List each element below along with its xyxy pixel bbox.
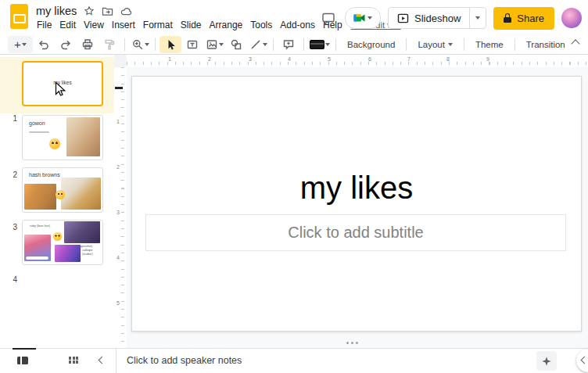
notes-resize-handle[interactable] bbox=[346, 342, 358, 344]
account-avatar[interactable] bbox=[561, 8, 582, 28]
bottom-bar: Click to add speaker notes bbox=[0, 348, 588, 373]
present-icon bbox=[397, 13, 409, 23]
menu-insert[interactable]: Insert bbox=[108, 19, 139, 31]
photo-caption-pill bbox=[26, 256, 48, 260]
h-ruler-2: 2 bbox=[208, 56, 211, 62]
slide-filmstrip: 1 my likes 2 gowon 3 hash browns 4 ruby … bbox=[0, 55, 114, 349]
slideshow-button-group: Slideshow bbox=[388, 7, 486, 29]
new-slide-caret-icon bbox=[22, 43, 27, 46]
insert-shape-button[interactable] bbox=[225, 36, 247, 53]
chevron-left-icon bbox=[581, 357, 588, 364]
document-title[interactable]: my likes bbox=[36, 5, 77, 17]
separator bbox=[406, 38, 407, 51]
slide-title-textbox[interactable]: my likes bbox=[132, 170, 581, 206]
collapse-filmstrip-icon[interactable] bbox=[99, 357, 106, 364]
h-ruler-9: 9 bbox=[486, 56, 489, 62]
slide-1-thumbnail[interactable]: my likes bbox=[22, 61, 103, 106]
hash-browns-photo-left bbox=[24, 184, 56, 210]
slide-canvas[interactable]: my likes Click to add subtitle bbox=[131, 76, 582, 332]
menu-slide[interactable]: Slide bbox=[177, 19, 206, 31]
slide-2-title-text: gowon bbox=[29, 120, 45, 126]
separator bbox=[335, 38, 336, 51]
title-area: my likes bbox=[36, 3, 132, 19]
separator bbox=[273, 38, 274, 51]
slide-2-thumbnail[interactable]: gowon bbox=[22, 115, 103, 160]
undo-button[interactable] bbox=[33, 36, 55, 53]
emoji-sticker bbox=[53, 232, 62, 241]
slide-4-caption-3: calliope (vtuber) bbox=[82, 249, 99, 256]
h-ruler-1: 1 bbox=[168, 56, 171, 62]
menu-view[interactable]: View bbox=[80, 19, 108, 31]
fill-color-button[interactable] bbox=[308, 36, 332, 53]
line-caret-icon bbox=[263, 43, 267, 46]
slide-3-thumbnail[interactable]: hash browns bbox=[22, 167, 103, 213]
slide-2-caption-bar bbox=[29, 131, 49, 133]
hash-browns-photo-right bbox=[61, 178, 101, 210]
v-ruler-1: 1 bbox=[117, 119, 120, 124]
menu-format[interactable]: Format bbox=[139, 19, 177, 31]
slide-3-number: 3 bbox=[8, 223, 17, 231]
v-ruler-2: 2 bbox=[117, 164, 120, 170]
header: my likes File Edit View Insert Format Sl… bbox=[0, 0, 588, 35]
mouse-cursor bbox=[55, 81, 67, 102]
redo-button[interactable] bbox=[55, 36, 77, 53]
menu-arrange[interactable]: Arrange bbox=[206, 19, 247, 31]
new-slide-button[interactable]: + bbox=[8, 36, 33, 53]
theme-button[interactable]: Theme bbox=[468, 40, 511, 49]
move-folder-icon[interactable] bbox=[102, 6, 113, 16]
h-ruler-5: 5 bbox=[328, 56, 331, 62]
paint-format-button[interactable] bbox=[99, 36, 120, 53]
separator bbox=[303, 38, 304, 51]
h-ruler-4: 4 bbox=[288, 56, 291, 62]
transition-button[interactable]: Transition bbox=[519, 40, 572, 49]
h-ruler-8: 8 bbox=[446, 56, 450, 62]
speaker-notes-placeholder[interactable]: Click to add speaker notes bbox=[127, 355, 242, 366]
share-button[interactable]: Share bbox=[493, 7, 554, 30]
layout-caret-icon bbox=[448, 43, 453, 46]
insert-image-button[interactable] bbox=[203, 36, 225, 53]
color-swatch-icon bbox=[310, 40, 324, 49]
subtitle-placeholder-box[interactable]: Click to add subtitle bbox=[145, 214, 566, 251]
text-box-button[interactable] bbox=[181, 36, 203, 53]
layout-button[interactable]: Layout bbox=[411, 40, 460, 49]
menu-tools[interactable]: Tools bbox=[246, 19, 276, 31]
slide-2-number: 2 bbox=[8, 170, 17, 179]
meet-caret-icon bbox=[368, 16, 372, 20]
comment-history-icon[interactable] bbox=[319, 9, 338, 27]
pleading-emoji-sticker bbox=[49, 138, 60, 149]
separator bbox=[124, 38, 125, 51]
v-ruler-3: 3 bbox=[117, 210, 120, 215]
menu-addons[interactable]: Add-ons bbox=[276, 19, 319, 31]
insert-comment-button[interactable] bbox=[278, 36, 299, 53]
slide-1-number: 1 bbox=[8, 114, 17, 123]
header-actions: Slideshow Share bbox=[319, 6, 582, 30]
slideshow-button[interactable]: Slideshow bbox=[389, 8, 469, 28]
background-button[interactable]: Background bbox=[340, 40, 402, 49]
slide-4-caption-1: ruby (love live) bbox=[30, 224, 50, 228]
print-button[interactable] bbox=[77, 36, 99, 53]
slides-logo-icon[interactable] bbox=[10, 4, 28, 29]
menu-edit[interactable]: Edit bbox=[56, 19, 80, 31]
flushed-emoji-sticker bbox=[56, 190, 65, 199]
select-tool-button[interactable] bbox=[160, 36, 181, 53]
v-ruler-4: 4 bbox=[117, 255, 120, 260]
zoom-button[interactable] bbox=[129, 36, 151, 53]
divider bbox=[116, 349, 117, 373]
star-icon[interactable] bbox=[84, 5, 95, 16]
grid-view-icon[interactable] bbox=[69, 357, 79, 364]
slideshow-label: Slideshow bbox=[414, 13, 461, 24]
ruler-cursor-marker bbox=[115, 87, 123, 89]
h-ruler-3: 3 bbox=[249, 56, 252, 62]
slide-4-thumbnail[interactable]: ruby (love live) yun jin (genshin) calli… bbox=[22, 220, 103, 265]
meet-button[interactable] bbox=[345, 7, 381, 29]
cloud-status-icon[interactable] bbox=[120, 6, 132, 16]
ruler-corner bbox=[114, 55, 127, 67]
workspace: my likes Click to add subtitle bbox=[127, 67, 588, 349]
fill-caret-icon bbox=[325, 43, 330, 46]
filmstrip-view-icon[interactable] bbox=[17, 357, 28, 364]
explore-button[interactable] bbox=[536, 351, 557, 371]
horizontal-ruler: 1 2 3 4 5 6 7 8 9 bbox=[127, 55, 588, 67]
insert-line-button[interactable] bbox=[247, 36, 269, 53]
slideshow-dropdown[interactable] bbox=[469, 8, 486, 28]
menu-file[interactable]: File bbox=[33, 19, 56, 31]
